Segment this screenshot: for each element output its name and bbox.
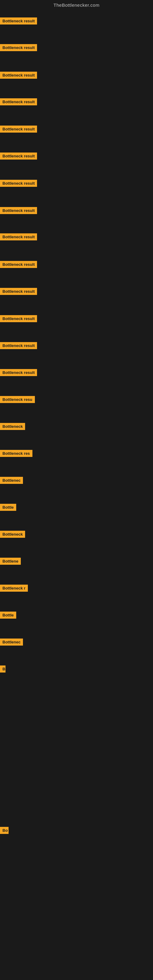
bottleneck-item[interactable]: Bottleneck res [0,450,32,458]
bottleneck-label: Bottleneck result [0,207,37,214]
bottleneck-label: Bottleneck result [0,153,37,159]
bottleneck-item[interactable]: Bottleneck result [0,98,37,107]
bottleneck-item[interactable]: Bottleneck result [0,72,37,80]
bottleneck-label: Bottleneck result [0,315,37,322]
bottleneck-label: Bottleneck resu [0,396,35,403]
bottleneck-label: Bottleneck result [0,369,37,376]
bottleneck-label: Bo [0,827,9,834]
bottleneck-label: Bottle [0,504,16,511]
bottleneck-label: Bottleneck result [0,288,37,295]
bottleneck-item[interactable]: Bo [0,827,9,835]
bottleneck-item[interactable]: Bottleneck result [0,288,37,296]
bottleneck-label: Bottleneck result [0,126,37,133]
bottleneck-label: Bottlenec [0,477,23,484]
bottleneck-label: Bottleneck r [0,585,28,592]
bottleneck-item[interactable]: Bottlenec [0,477,23,485]
bottleneck-label: Bottleneck [0,423,25,430]
bottleneck-item[interactable]: Bottleneck result [0,207,37,215]
bottleneck-item[interactable]: B [0,665,5,674]
bottleneck-item[interactable]: Bottleneck r [0,585,28,593]
bottleneck-label: Bottlene [0,558,21,565]
bottleneck-label: Bottleneck result [0,44,37,51]
bottleneck-item[interactable]: Bottleneck result [0,44,37,52]
bottleneck-item[interactable]: Bottleneck result [0,233,37,242]
bottleneck-label: Bottleneck result [0,18,37,24]
bottleneck-label: B [0,665,5,673]
bottleneck-label: Bottleneck res [0,450,32,457]
bottleneck-label: Bottleneck result [0,72,37,79]
bottleneck-item[interactable]: Bottlenec [0,638,23,647]
bottleneck-item[interactable]: Bottleneck result [0,153,37,161]
bottleneck-item[interactable]: Bottleneck resu [0,396,35,404]
bottleneck-item[interactable]: Bottleneck result [0,342,37,350]
bottleneck-item[interactable]: Bottleneck [0,531,25,539]
bottleneck-label: Bottleneck [0,531,25,538]
bottleneck-item[interactable]: Bottleneck [0,423,25,431]
site-header: TheBottlenecker.com [0,0,153,9]
bottleneck-item[interactable]: Bottle [0,612,16,620]
bottleneck-item[interactable]: Bottleneck result [0,315,37,323]
bottleneck-item[interactable]: Bottleneck result [0,369,37,377]
bottleneck-label: Bottle [0,612,16,619]
bottleneck-item[interactable]: Bottlene [0,558,21,566]
bottleneck-item[interactable]: Bottleneck result [0,180,37,188]
bottleneck-label: Bottleneck result [0,342,37,349]
bottleneck-item[interactable]: Bottleneck result [0,261,37,269]
bottleneck-label: Bottleneck result [0,233,37,240]
bottleneck-item[interactable]: Bottle [0,504,16,512]
bottleneck-label: Bottleneck result [0,98,37,105]
bottleneck-item[interactable]: Bottleneck result [0,126,37,134]
site-title: TheBottlenecker.com [54,2,99,8]
bottleneck-label: Bottlenec [0,638,23,646]
bottleneck-label: Bottleneck result [0,180,37,187]
bottleneck-label: Bottleneck result [0,261,37,268]
bottleneck-item[interactable]: Bottleneck result [0,18,37,26]
